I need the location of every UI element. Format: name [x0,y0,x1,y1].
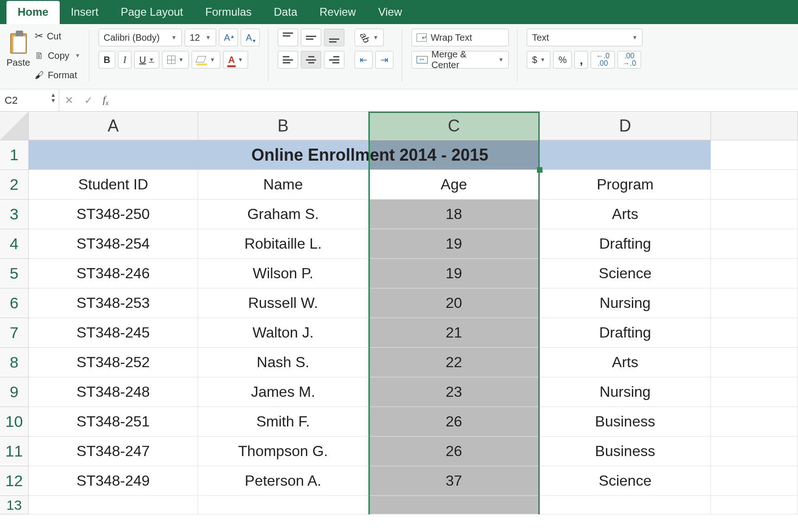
cell-c11[interactable]: 26 [368,437,540,466]
currency-button[interactable]: $▼ [527,51,550,69]
cell-b12[interactable]: Peterson A. [198,466,368,496]
cell-e3[interactable] [711,200,798,229]
row-header-6[interactable]: 6 [0,288,29,318]
cancel-formula-button[interactable]: ✕ [59,94,79,106]
cell-b1[interactable] [198,140,368,170]
wrap-text-button[interactable]: Wrap Text [411,29,509,46]
row-header-7[interactable]: 7 [0,318,29,348]
row-header-4[interactable]: 4 [0,229,29,259]
row-header-13[interactable]: 13 [0,496,29,514]
cell-c3[interactable]: 18 [368,200,540,229]
tab-view[interactable]: View [367,1,413,24]
cell-b9[interactable]: James M. [198,377,368,407]
cell-e13[interactable] [711,496,798,514]
format-painter-button[interactable]: Format [35,68,81,82]
fx-icon[interactable]: fx [98,94,113,107]
cell-d8[interactable]: Arts [540,348,711,377]
cell-d13[interactable] [540,496,711,514]
cut-button[interactable]: Cut [35,29,81,44]
underline-button[interactable]: U▼ [134,51,159,69]
cell-d11[interactable]: Business [540,437,711,466]
font-size-select[interactable]: 12▼ [185,29,216,46]
cell-a9[interactable]: ST348-248 [29,377,198,407]
formula-input[interactable] [113,89,798,111]
number-format-select[interactable]: Text▼ [527,29,642,46]
column-header-d[interactable]: D [540,112,711,140]
cell-e2[interactable] [711,170,798,200]
cell-a10[interactable]: ST348-251 [29,407,198,437]
decrease-indent-button[interactable] [355,51,373,69]
accept-formula-button[interactable]: ✓ [79,94,98,106]
cell-d1[interactable] [540,140,711,170]
tab-page-layout[interactable]: Page Layout [110,1,194,24]
column-header-c[interactable]: C [368,112,540,140]
copy-button[interactable]: Copy▼ [35,48,81,63]
tab-data[interactable]: Data [263,1,309,24]
tab-home[interactable]: Home [6,1,60,24]
cell-b5[interactable]: Wilson P. [198,259,368,288]
tab-formulas[interactable]: Formulas [194,1,263,24]
cell-e10[interactable] [711,407,798,437]
align-center-button[interactable] [301,51,321,69]
cell-a2[interactable]: Student ID [29,170,198,200]
cell-b13[interactable] [198,496,368,514]
cell-c12[interactable]: 37 [368,466,540,496]
cell-e4[interactable] [711,229,798,259]
cell-d2[interactable]: Program [540,170,711,200]
row-header-9[interactable]: 9 [0,377,29,407]
cell-c4[interactable]: 19 [368,229,540,259]
name-box-spinner[interactable]: ▲▼ [50,92,56,103]
increase-decimal-button[interactable]: ←.0.00 [591,51,614,69]
align-middle-button[interactable] [301,29,321,46]
cell-a11[interactable]: ST348-247 [29,437,198,466]
cell-a8[interactable]: ST348-252 [29,348,198,377]
column-header-b[interactable]: B [198,112,368,140]
cell-a1[interactable] [29,140,198,170]
cell-d4[interactable]: Drafting [540,229,711,259]
cell-d7[interactable]: Drafting [540,318,711,348]
cell-e5[interactable] [711,259,798,288]
cell-e9[interactable] [711,377,798,407]
align-left-button[interactable] [278,51,298,69]
cell-d9[interactable]: Nursing [540,377,711,407]
column-header-e[interactable] [711,112,798,140]
cell-a6[interactable]: ST348-253 [29,288,198,318]
align-bottom-button[interactable] [324,29,344,46]
cell-b6[interactable]: Russell W. [198,288,368,318]
cell-c10[interactable]: 26 [368,407,540,437]
decrease-decimal-button[interactable]: .00→.0 [617,51,641,69]
percent-button[interactable]: % [553,51,572,69]
cell-c13[interactable] [368,496,540,514]
cell-e11[interactable] [711,437,798,466]
align-right-button[interactable] [324,51,344,69]
cell-b7[interactable]: Walton J. [198,318,368,348]
cell-e6[interactable] [711,288,798,318]
orientation-button[interactable]: ab▼ [355,29,383,46]
fill-color-button[interactable]: ▼ [192,51,220,69]
cell-c9[interactable]: 23 [368,377,540,407]
cell-d5[interactable]: Science [540,259,711,288]
cell-c7[interactable]: 21 [368,318,540,348]
cell-a5[interactable]: ST348-246 [29,259,198,288]
row-header-10[interactable]: 10 [0,407,29,437]
name-box[interactable]: C2 ▲▼ [0,89,59,111]
cell-a12[interactable]: ST348-249 [29,466,198,496]
merge-center-button[interactable]: Merge & Center▼ [411,51,509,69]
cell-e1[interactable] [711,140,798,170]
cell-c5[interactable]: 19 [368,259,540,288]
row-header-12[interactable]: 12 [0,466,29,496]
row-header-8[interactable]: 8 [0,348,29,377]
cell-a13[interactable] [29,496,198,514]
cell-b8[interactable]: Nash S. [198,348,368,377]
cell-b2[interactable]: Name [198,170,368,200]
row-header-11[interactable]: 11 [0,437,29,466]
cell-d12[interactable]: Science [540,466,711,496]
font-color-button[interactable]: A▼ [223,51,248,69]
cell-a4[interactable]: ST348-254 [29,229,198,259]
cell-b10[interactable]: Smith F. [198,407,368,437]
cell-d10[interactable]: Business [540,407,711,437]
paste-button[interactable]: Paste [6,29,30,68]
cell-b11[interactable]: Thompson G. [198,437,368,466]
cell-c1[interactable] [368,140,540,170]
row-header-2[interactable]: 2 [0,170,29,200]
